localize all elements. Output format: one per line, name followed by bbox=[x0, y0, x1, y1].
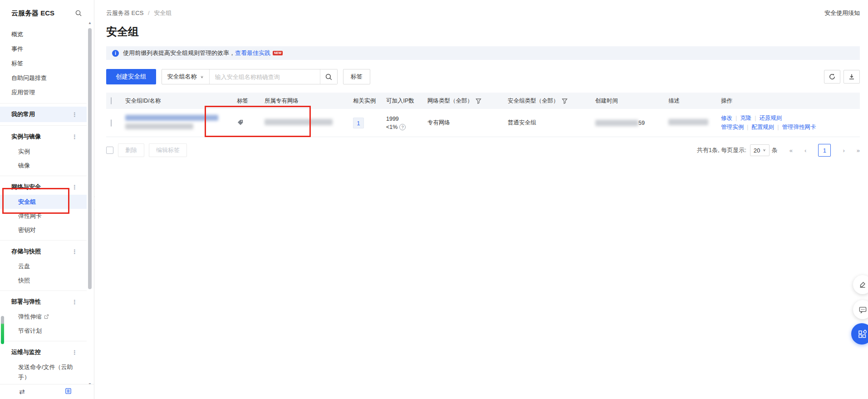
sidebar-item-security-group[interactable]: 安全组 bbox=[0, 195, 87, 209]
action-manage-instances[interactable]: 管理实例 bbox=[721, 124, 744, 130]
scroll-up-icon[interactable]: ▲ bbox=[87, 21, 93, 25]
page-size-select[interactable]: 20 ∨ bbox=[750, 144, 770, 156]
sidebar-group-storage-snapshot[interactable]: 存储与快照 ⋮ bbox=[0, 244, 87, 259]
doc-list-icon[interactable] bbox=[65, 388, 72, 396]
toolbar-right bbox=[824, 70, 860, 84]
redacted-text-blob bbox=[125, 115, 218, 121]
page-size-value: 20 bbox=[754, 147, 760, 154]
security-notice-link[interactable]: 安全使用须知 bbox=[824, 9, 860, 17]
sidebar-item-overview[interactable]: 概览 bbox=[0, 27, 87, 42]
sidebar: 云服务器 ECS 概览 事件 标签 自助问题排查 应用管理 我的常用 ⋮ 实例与… bbox=[0, 0, 94, 399]
sidebar-item-self-check[interactable]: 自助问题排查 bbox=[0, 71, 87, 85]
sidebar-scrollbar[interactable]: ▲ ▼ bbox=[87, 21, 93, 386]
create-security-group-button[interactable]: 创建安全组 bbox=[106, 69, 156, 84]
sidebar-group-deploy-elastic[interactable]: 部署与弹性 ⋮ bbox=[0, 294, 87, 310]
row-checkbox[interactable] bbox=[111, 119, 112, 127]
tag-filter-button[interactable]: 标签 bbox=[343, 69, 370, 84]
current-page-button[interactable]: 1 bbox=[818, 144, 831, 157]
sidebar-item-app-mgmt[interactable]: 应用管理 bbox=[0, 85, 87, 100]
pagination-unit: 条 bbox=[772, 146, 778, 154]
header-vpc: 所属专有网络 bbox=[265, 97, 353, 105]
sidebar-item-label: 发送命令/文件（云助 bbox=[18, 362, 87, 372]
sidebar-item-instance[interactable]: 实例 bbox=[0, 144, 87, 158]
redacted-text-blob bbox=[668, 119, 708, 125]
sidebar-divider bbox=[0, 240, 87, 241]
download-button[interactable] bbox=[843, 70, 860, 84]
tag-icon[interactable] bbox=[237, 119, 244, 126]
kebab-menu-icon[interactable]: ⋮ bbox=[68, 184, 81, 191]
sidebar-item-autoscaling[interactable]: 弹性伸缩 bbox=[0, 310, 87, 324]
action-clone[interactable]: 克隆 bbox=[740, 115, 751, 121]
sidebar-group-ops-monitor[interactable]: 运维与监控 ⋮ bbox=[0, 345, 87, 360]
filter-icon[interactable] bbox=[476, 98, 481, 104]
row-sg-type-cell: 普通安全组 bbox=[508, 119, 595, 127]
refresh-button[interactable] bbox=[824, 70, 840, 84]
sidebar-group-label: 我的常用 bbox=[11, 110, 35, 118]
sidebar-item-snapshot[interactable]: 快照 bbox=[0, 273, 87, 287]
sidebar-footer: ⇄ bbox=[0, 384, 94, 399]
kebab-menu-icon[interactable]: ⋮ bbox=[68, 111, 81, 118]
action-configure-rules[interactable]: 配置规则 bbox=[751, 124, 774, 130]
prev-page-button[interactable]: ‹ bbox=[804, 147, 806, 154]
sidebar-item-image[interactable]: 镜像 bbox=[0, 158, 87, 172]
sidebar-nav: 概览 事件 标签 自助问题排查 应用管理 我的常用 ⋮ 实例与镜像 ⋮ 实例 镜… bbox=[0, 27, 87, 384]
kebab-menu-icon[interactable]: ⋮ bbox=[68, 349, 81, 356]
edit-tags-button[interactable]: 编辑标签 bbox=[149, 143, 187, 157]
row-checkbox-cell bbox=[106, 120, 125, 126]
instance-count-badge[interactable]: 1 bbox=[353, 118, 364, 128]
search-input[interactable] bbox=[210, 69, 320, 84]
footer-select-all-checkbox[interactable] bbox=[106, 147, 113, 154]
first-page-button[interactable]: « bbox=[790, 147, 793, 154]
scrollbar-thumb[interactable] bbox=[88, 28, 92, 289]
switch-version-icon[interactable]: ⇄ bbox=[19, 388, 25, 396]
search-icon[interactable] bbox=[75, 10, 82, 17]
row-vpc-cell[interactable] bbox=[265, 119, 353, 127]
sidebar-group-label: 存储与快照 bbox=[11, 247, 41, 256]
sidebar-group-network-security[interactable]: 网络与安全 ⋮ bbox=[0, 179, 87, 195]
row-ip-quota-cell: 1999 <1% ? bbox=[386, 116, 427, 130]
sidebar-divider bbox=[0, 103, 87, 103]
action-separator: | bbox=[755, 115, 756, 121]
kebab-menu-icon[interactable]: ⋮ bbox=[68, 248, 81, 255]
table-header: 安全组ID/名称 标签 所属专有网络 相关实例 可加入IP数 网络类型（全部） … bbox=[106, 93, 860, 109]
row-id-name[interactable] bbox=[125, 113, 237, 132]
chat-icon bbox=[858, 305, 867, 314]
delete-button[interactable]: 删除 bbox=[118, 143, 144, 157]
sidebar-group-instance-image[interactable]: 实例与镜像 ⋮ bbox=[0, 129, 87, 144]
pagination-summary: 共有1条, 每页显示: bbox=[697, 146, 746, 154]
action-separator: | bbox=[777, 124, 779, 130]
search-icon bbox=[325, 73, 333, 81]
best-practice-link[interactable]: 查看最佳实践 bbox=[235, 49, 270, 57]
search-field-select[interactable]: 安全组名称 ∨ bbox=[162, 69, 210, 84]
last-page-button[interactable]: » bbox=[857, 147, 860, 154]
breadcrumb-root[interactable]: 云服务器 ECS bbox=[106, 10, 143, 16]
sidebar-divider bbox=[0, 176, 87, 176]
action-restore-rules[interactable]: 还原规则 bbox=[760, 115, 782, 121]
filter-icon[interactable] bbox=[562, 98, 568, 104]
kebab-menu-icon[interactable]: ⋮ bbox=[68, 299, 81, 305]
info-banner: i 使用前缀列表提高安全组规则管理的效率， 查看最佳实践 NEW bbox=[106, 46, 860, 60]
sidebar-divider bbox=[0, 125, 87, 126]
sidebar-item-eni[interactable]: 弹性网卡 bbox=[0, 209, 87, 223]
redacted-text-blob bbox=[125, 123, 193, 129]
help-icon[interactable]: ? bbox=[399, 124, 406, 130]
search-button[interactable] bbox=[320, 69, 337, 84]
sidebar-group-favorites[interactable]: 我的常用 ⋮ bbox=[0, 107, 87, 122]
banner-text: 使用前缀列表提高安全组规则管理的效率， bbox=[123, 49, 235, 57]
info-icon: i bbox=[112, 50, 119, 57]
kebab-menu-icon[interactable]: ⋮ bbox=[68, 133, 81, 140]
row-tag-cell bbox=[237, 119, 265, 127]
sidebar-item-savings-plan[interactable]: 节省计划 bbox=[0, 324, 87, 338]
action-modify[interactable]: 修改 bbox=[721, 115, 732, 121]
action-manage-eni[interactable]: 管理弹性网卡 bbox=[782, 124, 816, 130]
header-id-name: 安全组ID/名称 bbox=[125, 97, 237, 105]
sidebar-item-disk[interactable]: 云盘 bbox=[0, 259, 87, 273]
sidebar-item-tags[interactable]: 标签 bbox=[0, 56, 87, 71]
sidebar-header: 云服务器 ECS bbox=[0, 0, 94, 26]
select-all-checkbox[interactable] bbox=[111, 97, 112, 104]
sidebar-item-keypair[interactable]: 密钥对 bbox=[0, 223, 87, 237]
next-page-button[interactable]: › bbox=[843, 147, 844, 154]
sidebar-item-send-command[interactable]: 发送命令/文件（云助 手） bbox=[0, 360, 87, 382]
sidebar-item-events[interactable]: 事件 bbox=[0, 42, 87, 56]
chevron-down-icon: ∨ bbox=[201, 75, 204, 79]
